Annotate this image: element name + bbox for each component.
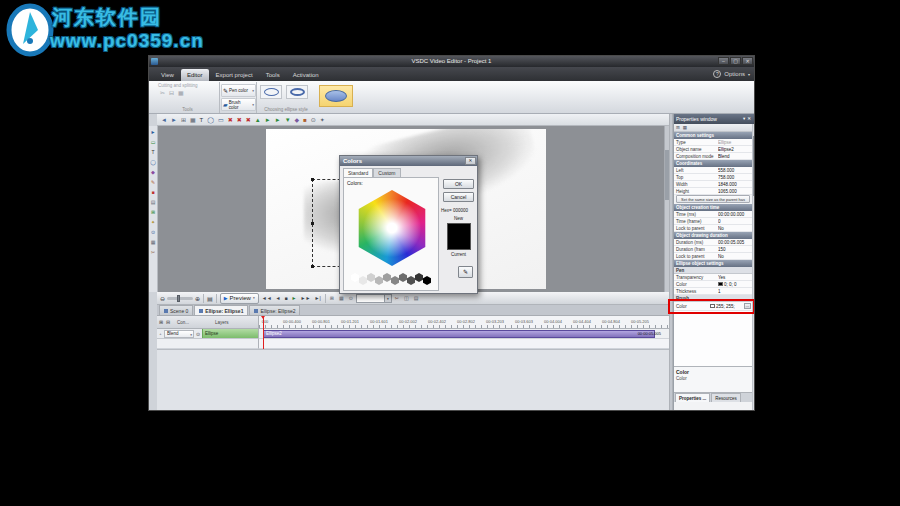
expand-all-icon[interactable]: ⊞ [159,319,163,325]
property-row-type[interactable]: TypeEllipse [674,139,752,146]
edit-tool-icon[interactable]: ■ [303,117,307,123]
gray-swatch[interactable] [351,273,359,282]
timeline-scale-combobox[interactable]: ▾ [356,294,392,303]
transport-button[interactable]: ■ [284,295,289,301]
ok-button[interactable]: OK [443,179,474,189]
property-row-duration-ms[interactable]: Duration (ms)00:00:05.005 [674,239,752,246]
property-row-height[interactable]: Height1065.000 [674,188,752,195]
expand-icon[interactable]: + [157,331,164,336]
edit-tool-icon[interactable]: ✖ [228,117,233,123]
ellipse2-clip-bar[interactable]: Ellipse2 [263,330,655,338]
cutting-tool-icon[interactable]: ▦ [178,90,184,96]
gray-swatch[interactable] [399,273,407,282]
cutting-tool-icon[interactable]: ⊟ [169,90,174,96]
close-icon[interactable]: ✕ [465,157,476,165]
action-icon[interactable]: ◫ [403,295,410,301]
transport-button[interactable]: ►| [313,295,321,301]
tab-scene-0[interactable]: Scene 0 [159,305,193,315]
tab-ellipse2[interactable]: Ellipse: Ellipse2 [249,305,300,315]
minimize-icon[interactable]: – [718,57,729,65]
property-row-top[interactable]: Top758.000 [674,174,752,181]
cancel-button[interactable]: Cancel [443,192,474,202]
property-row-lock-to-parent-1[interactable]: Lock to parentNo [674,225,752,232]
section-object-creation-time[interactable]: Object creation time [674,204,752,211]
edit-tool-icon[interactable]: ◆ [295,117,300,123]
edit-tool-icon[interactable]: ⊞ [181,117,186,123]
zoom-in-icon[interactable]: ⊕ [195,295,200,302]
selection-handle[interactable] [311,222,314,225]
layer-track[interactable]: Ellipse2 00:00:05.005 [259,329,669,339]
property-row-brush-color[interactable]: Color 255; 255; ... [674,302,752,311]
brush-color-button[interactable]: ▰ Brush color ▾ [221,98,256,111]
tab-tools[interactable]: Tools [260,69,286,81]
pin-icon[interactable]: ▾ [743,114,745,124]
action-icon[interactable]: ✂ [394,295,400,301]
tab-properties[interactable]: Properties ... [675,393,710,402]
visibility-eye-icon[interactable]: ⊙ [194,331,202,337]
gray-swatch[interactable] [407,276,415,285]
gray-swatch[interactable] [367,273,375,282]
cutting-tool-icon[interactable]: ✂ [160,90,165,96]
zoom-out-icon[interactable]: ⊖ [160,295,165,302]
property-row-left[interactable]: Left558.000 [674,167,752,174]
object-tool-icon[interactable]: ► [151,130,156,135]
object-tool-icon[interactable]: ✎ [151,180,155,185]
color-hexagon-palette[interactable] [355,190,429,266]
edit-tool-icon[interactable]: ▦ [190,117,196,123]
view-option-icon[interactable]: ▦ [338,295,345,301]
maximize-icon[interactable]: ▢ [730,57,741,65]
section-ellipse-object-settings[interactable]: Ellipse object settings [674,260,752,267]
gray-swatch[interactable] [423,276,431,285]
tab-editor[interactable]: Editor [181,69,209,81]
timeline-empty-area[interactable] [157,349,669,411]
object-tool-icon[interactable]: ✦ [151,220,155,225]
layer-name[interactable]: Ellipse [202,329,258,338]
object-tool-icon[interactable]: ⊙ [151,230,155,235]
tab-activation[interactable]: Activation [287,69,325,81]
edit-tool-icon[interactable]: ► [265,117,271,123]
time-ruler[interactable]: 00000:00.40000:00.80100:01.20100:01.6010… [259,316,669,329]
view-option-icon[interactable]: ⊙ [348,295,354,301]
edit-tool-icon[interactable]: ▼ [285,117,291,123]
property-row-duration-frames[interactable]: Duration (fram150 [674,246,752,253]
property-row-lock-to-parent-2[interactable]: Lock to parentNo [674,253,752,260]
ellipse-style-thin-button[interactable] [260,85,282,99]
list-view-icon[interactable]: ▦ [683,125,687,130]
object-tool-icon[interactable]: ✂ [151,250,155,255]
gray-swatch[interactable] [375,276,383,285]
edit-tool-icon[interactable]: ⊙ [311,117,316,123]
collapse-all-icon[interactable]: ⊟ [166,319,170,325]
object-tool-icon[interactable]: ▤ [151,200,156,205]
transport-button[interactable]: ◄ [275,295,282,301]
color-picker-more-button[interactable]: ... [744,303,751,309]
object-tool-icon[interactable]: ▭ [151,140,156,145]
preview-button[interactable]: ▶ Preview ▾ [220,293,259,304]
tab-view[interactable]: View [155,69,180,81]
edit-tool-icon[interactable]: T [200,117,204,123]
edit-tool-icon[interactable]: ▲ [255,117,261,123]
same-size-as-parent-button[interactable]: Set the same size as the parent has [676,195,750,203]
property-row-thickness[interactable]: Thickness1 [674,288,752,295]
tab-export-project[interactable]: Export project [210,69,259,81]
tab-ellipse1[interactable]: Ellipse: Ellipse1 [194,305,248,315]
ellipse-style-preview[interactable] [319,85,353,107]
transport-button[interactable]: ►► [300,295,312,301]
transport-button[interactable]: ◄◄ [261,295,273,301]
section-common-settings[interactable]: Common settings [674,132,752,139]
properties-panel-header[interactable]: Properties window ▾ ✕ [674,114,755,124]
action-icon[interactable]: ▤ [413,295,420,301]
section-coordinates[interactable]: Coordinates [674,160,752,167]
edit-tool-icon[interactable]: ► [171,117,177,123]
pencil-icon[interactable]: ✎ [458,266,473,278]
transport-button[interactable]: ► [291,295,298,301]
gray-swatch[interactable] [415,273,423,282]
edit-tool-icon[interactable]: ◯ [207,117,214,123]
panel-scrollbar[interactable] [752,124,755,411]
edit-tool-icon[interactable]: ✦ [320,117,325,123]
scrollbar-thumb[interactable] [753,136,755,196]
gray-swatch[interactable] [391,276,399,285]
property-row-pen-color[interactable]: Color 0; 0; 0 [674,281,752,288]
help-icon[interactable]: ? [713,70,721,78]
property-row-width[interactable]: Width1848.000 [674,181,752,188]
property-row-time-ms[interactable]: Time (ms)00:00:00.000 [674,211,752,218]
